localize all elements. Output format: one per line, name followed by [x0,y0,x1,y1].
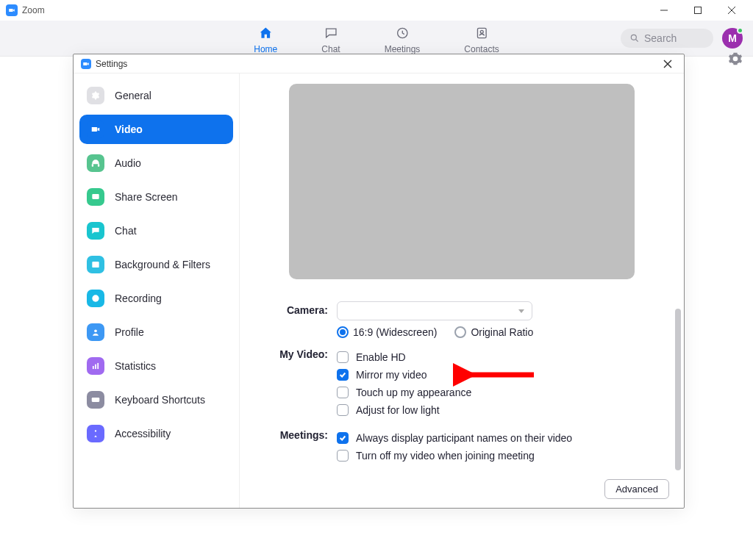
video-icon [87,121,104,138]
touch-up-checkbox[interactable]: Touch up my appearance [337,387,657,398]
svg-rect-21 [95,365,96,369]
sidebar-item-label: Profile [115,326,144,338]
video-preview [289,84,635,279]
sidebar-item-label: Recording [115,292,162,304]
nav-label: Meetings [385,44,421,54]
check-label: Always display participant names on thei… [356,432,572,444]
check-label: Adjust for low light [356,404,440,416]
mirror-video-checkbox[interactable]: Mirror my video [337,369,657,381]
adjust-low-light-checkbox[interactable]: Adjust for low light [337,404,657,416]
sidebar-item-audio[interactable]: Audio [79,148,233,178]
close-dialog-button[interactable] [659,55,677,73]
svg-rect-14 [92,194,99,199]
settings-dialog: Settings General Video Audio Share Scree… [73,54,685,509]
checkbox-icon [337,387,349,398]
nav-chat[interactable]: Chat [317,21,344,56]
sidebar-item-chat[interactable]: Chat [79,216,233,245]
main-toolbar: Home Chat Meetings Contacts Search M [0,21,753,57]
svg-point-7 [631,35,636,40]
radio-label: 16:9 (Widescreen) [353,326,437,338]
sidebar-item-general[interactable]: General [79,81,233,110]
checkbox-icon [337,404,349,416]
svg-point-19 [94,329,97,332]
camera-label: Camera: [266,301,337,316]
sidebar-item-keyboard-shortcuts[interactable]: Keyboard Shortcuts [79,385,233,414]
check-label: Mirror my video [356,369,427,381]
enable-hd-checkbox[interactable]: Enable HD [337,351,657,363]
ratio-widescreen-radio[interactable]: 16:9 (Widescreen) [337,326,437,338]
window-titlebar: Zoom [0,0,753,21]
nav-meetings[interactable]: Meetings [380,21,425,56]
sidebar-item-background-filters[interactable]: Background & Filters [79,250,233,279]
turn-off-video-checkbox[interactable]: Turn off my video when joining meeting [337,450,657,462]
sidebar-item-share-screen[interactable]: Share Screen [79,182,233,212]
checkbox-icon [337,450,349,462]
recording-icon [87,290,104,307]
svg-rect-13 [98,164,99,167]
chat-icon [87,222,104,240]
accessibility-icon [87,425,104,442]
sidebar-item-label: Video [115,123,143,135]
clock-icon [395,26,410,43]
profile-icon [87,323,104,341]
settings-content: Camera: 16:9 (Widescreen) Original Ratio [240,73,684,508]
minimize-button[interactable] [647,0,681,21]
sidebar-item-label: Accessibility [115,428,171,439]
display-names-checkbox[interactable]: Always display participant names on thei… [337,432,657,444]
svg-point-24 [95,430,96,431]
nav-home[interactable]: Home [249,21,282,56]
svg-rect-22 [97,363,99,369]
advanced-button[interactable]: Advanced [604,479,669,499]
sidebar-item-label: Statistics [115,360,156,372]
nav-label: Chat [321,44,340,54]
svg-rect-1 [695,7,702,14]
search-input[interactable]: Search [621,29,713,48]
nav-contacts[interactable]: Contacts [460,21,503,56]
checkbox-icon [337,369,349,381]
sidebar-item-video[interactable]: Video [79,115,233,144]
svg-rect-20 [93,366,94,369]
share-screen-icon [87,188,104,206]
sidebar-item-label: Chat [115,225,137,237]
sidebar-item-accessibility[interactable]: Accessibility [79,419,233,448]
svg-point-16 [95,263,97,265]
svg-line-8 [636,40,638,42]
ratio-original-radio[interactable]: Original Ratio [454,326,533,338]
zoom-app-icon [81,59,91,69]
maximize-button[interactable] [681,0,715,21]
svg-rect-12 [92,164,93,167]
home-icon [258,26,273,43]
presence-indicator [737,27,743,34]
background-icon [87,256,104,273]
my-video-label: My Video: [266,345,337,360]
check-label: Touch up my appearance [356,387,471,398]
sidebar-item-label: Audio [115,157,141,169]
radio-label: Original Ratio [471,326,533,338]
keyboard-icon [87,391,104,409]
svg-point-18 [94,297,97,300]
settings-gear-button[interactable] [728,51,743,68]
nav-label: Contacts [464,44,499,54]
sidebar-item-label: Keyboard Shortcuts [115,394,205,406]
dialog-title: Settings [96,59,127,69]
vertical-scrollbar[interactable] [675,309,681,470]
check-label: Enable HD [356,351,406,363]
sidebar-item-label: General [115,90,151,101]
gear-icon [728,51,743,66]
sidebar-item-profile[interactable]: Profile [79,317,233,347]
avatar-initial: M [728,32,737,44]
sidebar-item-statistics[interactable]: Statistics [79,351,233,381]
statistics-icon [87,357,104,375]
camera-dropdown[interactable] [337,301,532,320]
search-icon [629,33,640,43]
close-window-button[interactable] [715,0,749,21]
sidebar-item-recording[interactable]: Recording [79,284,233,313]
settings-sidebar: General Video Audio Share Screen Chat Ba… [74,73,240,508]
headphones-icon [87,154,104,172]
sidebar-item-label: Share Screen [115,191,178,203]
gear-icon [87,87,104,104]
meetings-label: Meetings: [266,426,337,441]
radio-icon [337,326,349,338]
zoom-app-icon [6,4,18,16]
avatar[interactable]: M [722,28,743,49]
